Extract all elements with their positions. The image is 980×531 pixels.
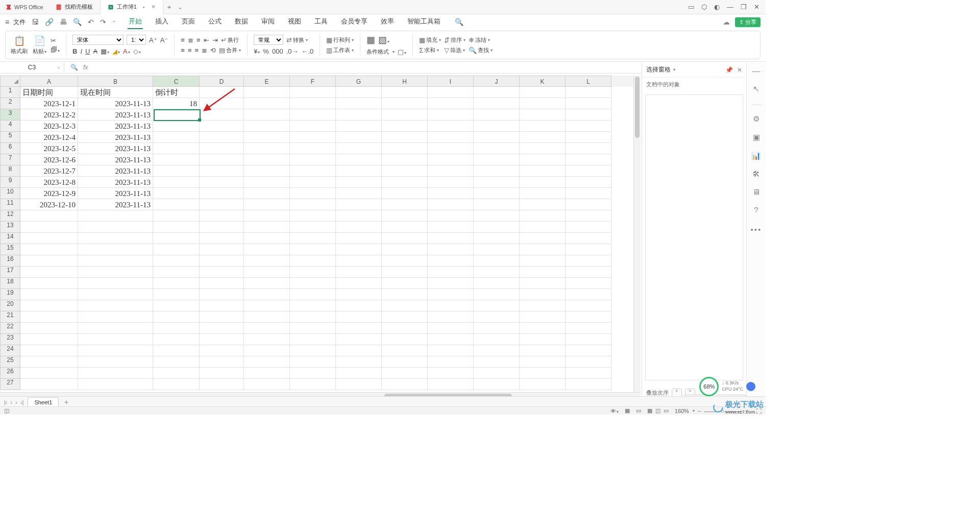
cell-A18[interactable] — [20, 278, 78, 289]
row-header[interactable]: 18 — [0, 278, 20, 289]
cell-I12[interactable] — [428, 210, 474, 222]
orientation-icon[interactable]: ⟲ — [210, 46, 216, 54]
cell-K14[interactable] — [520, 233, 566, 244]
col-header-D[interactable]: D — [200, 76, 244, 87]
cell-I26[interactable] — [428, 368, 474, 379]
cell-D16[interactable] — [200, 255, 244, 267]
pin-icon[interactable]: 📌 — [725, 66, 733, 74]
cell-E9[interactable] — [244, 177, 290, 188]
cell-H13[interactable] — [382, 222, 428, 233]
cell-B23[interactable] — [78, 334, 153, 345]
cell-D26[interactable] — [200, 368, 244, 379]
convert-button[interactable]: ⇄转换▾ — [286, 36, 308, 44]
cell-J20[interactable] — [474, 300, 520, 311]
cell-A7[interactable]: 2023-12-6 — [20, 154, 78, 165]
row-header[interactable]: 14 — [0, 233, 20, 244]
name-box[interactable]: C3⌄ — [0, 62, 64, 73]
cell-E1[interactable] — [244, 87, 290, 98]
cell-J6[interactable] — [474, 143, 520, 154]
fill-color-icon[interactable]: ◢▾ — [112, 47, 120, 55]
cell-L16[interactable] — [566, 255, 611, 267]
vertical-scrollbar[interactable] — [633, 76, 641, 399]
cell-F25[interactable] — [290, 356, 336, 368]
cell-K3[interactable] — [520, 109, 566, 120]
cell-E25[interactable] — [244, 356, 290, 368]
cell-G9[interactable] — [336, 177, 382, 188]
properties-icon[interactable]: ⚙ — [753, 114, 760, 124]
row-header[interactable]: 22 — [0, 323, 20, 334]
cut-icon[interactable]: ✂ — [51, 37, 60, 44]
cell-A11[interactable]: 2023-12-10 — [20, 199, 78, 210]
cell-L25[interactable] — [566, 356, 611, 368]
row-header[interactable]: 17 — [0, 267, 20, 278]
close-icon[interactable]: ✕ — [151, 4, 156, 10]
tab-add[interactable]: ＋ — [163, 3, 176, 12]
filter-button[interactable]: ▽筛选▾ — [444, 46, 465, 54]
cell-B9[interactable]: 2023-11-13 — [78, 177, 153, 188]
cell-H1[interactable] — [382, 87, 428, 98]
chart-icon[interactable]: 📊 — [751, 151, 761, 160]
cell-L20[interactable] — [566, 300, 611, 311]
cell-C6[interactable] — [153, 143, 200, 154]
save-icon[interactable]: 🖫 — [32, 18, 39, 26]
cell-F23[interactable] — [290, 334, 336, 345]
align-center-icon[interactable]: ≡ — [188, 46, 192, 54]
cell-A12[interactable] — [20, 210, 78, 222]
cell-E8[interactable] — [244, 165, 290, 177]
cell-J27[interactable] — [474, 379, 520, 390]
ribbon-review[interactable]: 审阅 — [260, 15, 276, 29]
cell-H26[interactable] — [382, 368, 428, 379]
cell-L5[interactable] — [566, 132, 611, 143]
clear-format-icon[interactable]: ◇▾ — [133, 47, 141, 55]
cell-K8[interactable] — [520, 165, 566, 177]
col-header-A[interactable]: A — [20, 76, 78, 87]
cell-F8[interactable] — [290, 165, 336, 177]
cell-B21[interactable] — [78, 311, 153, 323]
cell-J22[interactable] — [474, 323, 520, 334]
object-list[interactable] — [645, 94, 743, 380]
cell-C4[interactable] — [153, 120, 200, 132]
cell-B7[interactable]: 2023-11-13 — [78, 154, 153, 165]
cell-B12[interactable] — [78, 210, 153, 222]
zoom-value[interactable]: 160% — [675, 408, 689, 414]
cell-I18[interactable] — [428, 278, 474, 289]
cell-D8[interactable] — [200, 165, 244, 177]
ribbon-formula[interactable]: 公式 — [207, 15, 223, 29]
cell-E24[interactable] — [244, 345, 290, 356]
cell-L10[interactable] — [566, 188, 611, 199]
row-header[interactable]: 25 — [0, 356, 20, 368]
cell-F2[interactable] — [290, 98, 336, 109]
cell-B18[interactable] — [78, 278, 153, 289]
cell-B24[interactable] — [78, 345, 153, 356]
cell-I9[interactable] — [428, 177, 474, 188]
cell-D14[interactable] — [200, 233, 244, 244]
cell-B16[interactable] — [78, 255, 153, 267]
row-col-button[interactable]: ▦行和列▾ — [326, 36, 354, 44]
cell-G20[interactable] — [336, 300, 382, 311]
inc-decimal-icon[interactable]: .0→ — [286, 47, 299, 55]
align-right-icon[interactable]: ≡ — [195, 46, 199, 54]
search-icon[interactable]: 🔍 — [455, 18, 463, 26]
cell-J25[interactable] — [474, 356, 520, 368]
cell-G25[interactable] — [336, 356, 382, 368]
cell-style-dd-icon[interactable]: ▢▾ — [398, 48, 406, 56]
cell-C5[interactable] — [153, 132, 200, 143]
cell-K6[interactable] — [520, 143, 566, 154]
row-header[interactable]: 19 — [0, 289, 20, 300]
col-header-C[interactable]: C — [153, 76, 200, 87]
col-header-I[interactable]: I — [428, 76, 474, 87]
cell-C17[interactable] — [153, 267, 200, 278]
strike-icon[interactable]: A — [93, 47, 97, 55]
row-header[interactable]: 10 — [0, 188, 20, 199]
row-header[interactable]: 4 — [0, 120, 20, 132]
cell-E13[interactable] — [244, 222, 290, 233]
cell-H3[interactable] — [382, 109, 428, 120]
ribbon-page[interactable]: 页面 — [181, 15, 196, 29]
cell-H7[interactable] — [382, 154, 428, 165]
col-header-F[interactable]: F — [290, 76, 336, 87]
cell-E18[interactable] — [244, 278, 290, 289]
col-header-K[interactable]: K — [520, 76, 566, 87]
row-header[interactable]: 8 — [0, 165, 20, 177]
cell-J11[interactable] — [474, 199, 520, 210]
cell-L27[interactable] — [566, 379, 611, 390]
